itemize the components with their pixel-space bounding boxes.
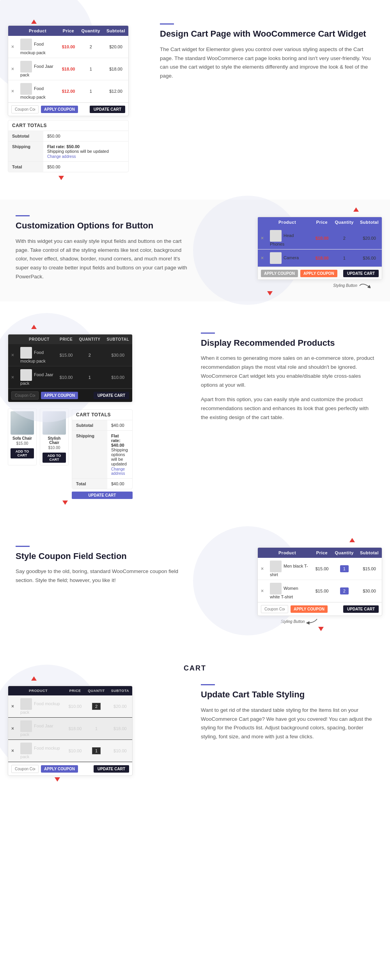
add-to-cart-stylish-btn[interactable]: ADD TO CART: [43, 453, 66, 463]
cart-footer-2: APPLY COUPON APPLY COUPON UPDATE CART: [258, 267, 382, 279]
cart-footer-4: APPLY COUPON UPDATE CART: [258, 602, 382, 616]
remove-item-btn[interactable]: ×: [11, 726, 14, 731]
remove-item-btn[interactable]: ×: [11, 748, 14, 754]
update-cart-btn[interactable]: UPDATE CART: [343, 605, 379, 613]
product-image: [20, 347, 32, 359]
cart-footer-3: APPLY COUPON UPDATE CART: [8, 389, 132, 402]
change-address-link[interactable]: Change address: [47, 154, 124, 159]
remove-item-btn[interactable]: ×: [261, 566, 264, 571]
product-image: [270, 252, 282, 264]
product-image: [270, 561, 282, 572]
coupon-input[interactable]: [11, 765, 39, 773]
apply-coupon-styled-btn[interactable]: APPLY COUPON: [300, 270, 337, 277]
cross-sale-item-sofa: Sofa Chair $15.00 ADD TO CART: [8, 409, 37, 465]
section5-text: Update Cart Table Styling Want to get ri…: [193, 680, 382, 745]
remove-item-btn[interactable]: ×: [261, 588, 264, 594]
cart-totals-section3: CART TOTALS Subtotal $40.00 Shipping Fla…: [72, 405, 133, 499]
update-cart-btn[interactable]: UPDATE CART: [94, 392, 129, 399]
title-accent: [201, 684, 215, 685]
cart-totals-box: CART TOTALS Subtotal $50.00 Shipping Fla…: [8, 120, 129, 172]
cross-sale-product-image: [43, 411, 66, 435]
cart-totals-title: CART TOTALS: [72, 410, 132, 420]
section-design-cart: Product Price Quantity Subtotal × Food m…: [0, 0, 390, 184]
remove-item-btn[interactable]: ×: [11, 704, 14, 709]
cart-totals-title: CART TOTALS: [8, 120, 128, 131]
cross-sale-section: Sofa Chair $15.00 ADD TO CART Stylish Ch…: [8, 405, 69, 499]
section4-text: Style Coupon Field Section Say goodbye t…: [8, 542, 197, 589]
cart-label: CART: [184, 661, 206, 675]
coupon-input[interactable]: [11, 391, 39, 400]
apply-coupon-btn[interactable]: APPLY COUPON: [41, 392, 78, 399]
change-address-link[interactable]: Change address: [111, 467, 128, 476]
section2-widget: Product Price Quantity Subtotal × Head P…: [209, 211, 382, 290]
table-row: × Camera $18.00 1 $36.00: [258, 249, 382, 267]
totals-subtotal-row: Subtotal $50.00: [8, 131, 128, 141]
table-row: × Food Jaar pack $18.00 1 $18.00: [8, 718, 132, 740]
product-image: [20, 39, 32, 50]
update-cart-btn[interactable]: UPDATE CART: [343, 270, 379, 277]
totals-total-row: Total $50.00: [8, 161, 128, 172]
coupon-input[interactable]: [261, 605, 288, 613]
cart-table-4: Product Price Quantity Subtotal × Men bl…: [258, 548, 382, 602]
apply-coupon-btn[interactable]: APPLY COUPON: [41, 106, 78, 113]
section4-widget: Product Price Quantity Subtotal × Men bl…: [209, 542, 382, 626]
section3-desc2: Apart from this option, you can easily s…: [201, 395, 374, 422]
cart-table-3: PRODUCT PRICE QUANTITY SUBTOTAL × Food m…: [8, 334, 132, 389]
styling-annotation: Styling Button: [333, 282, 370, 290]
apply-coupon-btn[interactable]: APPLY COUPON: [41, 765, 78, 773]
cross-sale-items-list: Sofa Chair $15.00 ADD TO CART Stylish Ch…: [8, 409, 69, 465]
annotation-text: Styling Button: [281, 619, 305, 624]
section3-widget: PRODUCT PRICE QUANTITY SUBTOTAL × Food m…: [8, 329, 181, 499]
table-row: × Food mockup pack $10.00 2 $20.00: [8, 695, 132, 718]
product-image: [20, 83, 32, 95]
table-row: × Women white T-shirt $15.00 2 $30.00: [258, 580, 382, 602]
product-image: [20, 61, 32, 73]
apply-coupon-btn[interactable]: APPLY COUPON: [291, 605, 328, 613]
section-table-styling: PRODUCT PRICE QUANTIT SUBTOTA × Food moc…: [0, 676, 390, 791]
section5-title: Update Cart Table Styling: [201, 689, 374, 701]
section5-desc: Want to get rid of the standard table st…: [201, 706, 374, 742]
update-cart-totals-btn[interactable]: UPDATE CART: [72, 492, 133, 499]
section1-title: Design Cart Page with WooCommerce Cart W…: [160, 28, 374, 40]
product-image: [270, 230, 282, 242]
product-image: [270, 583, 282, 594]
product-image: [20, 369, 32, 381]
table-row: × Food mockup pack $10.00 2 $20.00: [8, 36, 128, 58]
table-row: × Head Phones $10.00 2 $20.00: [258, 227, 382, 249]
remove-item-btn[interactable]: ×: [261, 235, 264, 241]
totals-shipping-row: Shipping Flat rate: $50.00 Shipping opti…: [8, 141, 128, 161]
coupon-input[interactable]: [11, 105, 39, 113]
cart-footer-1: APPLY COUPON UPDATE CART: [8, 103, 128, 116]
add-to-cart-sofa-btn[interactable]: ADD TO CART: [11, 448, 34, 458]
table-row: × Food mockup pack $15.00 2 $30.00: [8, 344, 132, 366]
table-row: × Food Jaar pack $18.00 1 $18.00: [8, 58, 128, 80]
remove-item-btn[interactable]: ×: [11, 352, 14, 358]
title-accent: [201, 333, 215, 334]
update-cart-btn[interactable]: UPDATE CART: [94, 765, 129, 773]
apply-coupon-placeholder-btn[interactable]: APPLY COUPON: [261, 270, 298, 277]
cross-sale-product-image: [11, 411, 34, 435]
remove-item-btn[interactable]: ×: [11, 375, 14, 380]
table-row: × Food Jaar pack $10.00 1 $10.00: [8, 366, 132, 388]
title-accent: [160, 23, 174, 25]
section-coupon: Style Coupon Field Section Say goodbye t…: [0, 526, 390, 641]
section4-desc: Say goodbye to the old, boring, standard…: [16, 567, 189, 585]
product-image: [20, 720, 32, 732]
remove-item-btn[interactable]: ×: [11, 88, 14, 94]
table-row: × Food mockup pack $10.00 1 $10.00: [8, 740, 132, 762]
section3-text: Display Recommended Products When it com…: [193, 329, 382, 426]
update-cart-btn[interactable]: UPDATE CART: [90, 106, 125, 113]
remove-item-btn[interactable]: ×: [11, 66, 14, 72]
section1-desc: The Cart widget for Elementor gives you …: [160, 45, 374, 81]
cart-footer-5: APPLY COUPON UPDATE CART: [8, 762, 132, 775]
annotation-text: Styling Button: [333, 283, 357, 288]
section-recommended: PRODUCT PRICE QUANTITY SUBTOTAL × Food m…: [0, 317, 390, 511]
section-customization: Customization Options for Button With th…: [0, 200, 390, 301]
remove-item-btn[interactable]: ×: [261, 255, 264, 261]
section1-widget: Product Price Quantity Subtotal × Food m…: [8, 19, 140, 172]
styling-annotation-4: Styling Button: [281, 617, 318, 625]
section3-title: Display Recommended Products: [201, 338, 374, 349]
remove-item-btn[interactable]: ×: [11, 44, 14, 50]
cross-sale-item-stylish: Stylish Chair $10.00 ADD TO CART: [40, 409, 69, 465]
section5-widget: PRODUCT PRICE QUANTIT SUBTOTA × Food moc…: [8, 680, 181, 776]
